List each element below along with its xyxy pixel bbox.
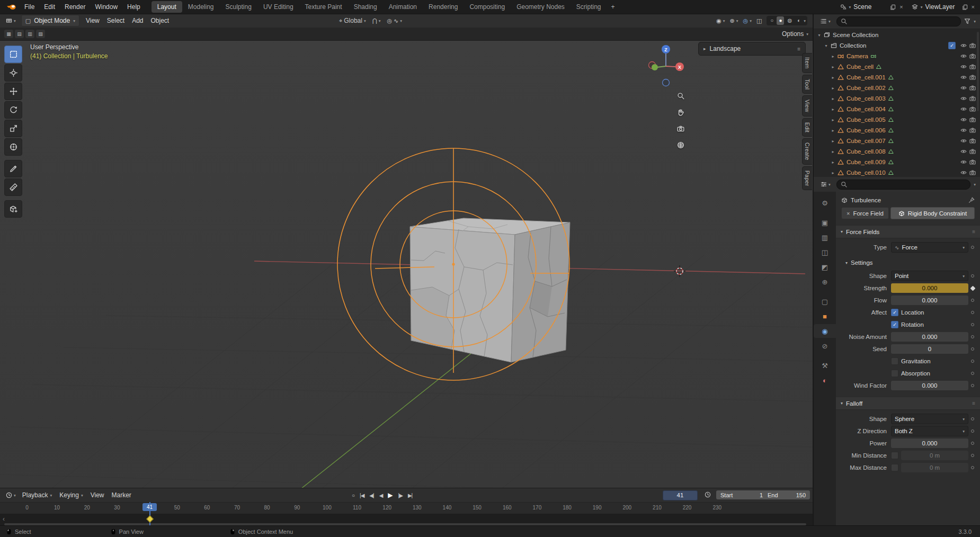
tool-setting-icon-1[interactable]: ▦ [4, 30, 13, 38]
mode-dropdown[interactable]: ▢ Object Mode ▾ [21, 15, 79, 26]
properties-tab-modifiers[interactable]: ⚒ [814, 359, 836, 372]
rotate-tool[interactable] [4, 101, 22, 119]
workspace-tab-animation[interactable]: Animation [383, 1, 423, 13]
render-visibility-toggle[interactable] [969, 148, 976, 155]
properties-search-input[interactable] [836, 180, 970, 190]
add-cube-tool[interactable] [4, 200, 22, 218]
menu-keying[interactable]: Keying▾ [56, 491, 86, 499]
snap-controls[interactable]: ⋂ ▾ [372, 17, 381, 24]
outliner-options-icon[interactable]: ▾ [974, 19, 976, 24]
outliner-item-name[interactable]: Cube_cell.005 [847, 117, 886, 123]
auto-keying-button[interactable]: ○ [352, 493, 354, 498]
outliner-item-name[interactable]: Cube_cell.007 [847, 138, 886, 144]
outliner-editor-type-button[interactable]: ▾ [818, 18, 833, 24]
visibility-toggle[interactable] [960, 42, 967, 49]
workspace-tab-sculpting[interactable]: Sculpting [220, 1, 257, 13]
disclosure-closed-icon[interactable]: ▸ [830, 149, 836, 154]
disclosure-closed-icon[interactable]: ▸ [830, 139, 836, 144]
decorator[interactable] [968, 466, 977, 469]
render-visibility-toggle[interactable] [969, 117, 976, 123]
visibility-toggle[interactable] [960, 138, 967, 144]
render-visibility-toggle[interactable] [969, 85, 976, 91]
outliner-scrollbar[interactable] [977, 32, 979, 111]
absorption-checkbox[interactable] [891, 370, 898, 377]
properties-editor-type-button[interactable]: ▾ [818, 181, 833, 187]
tool-setting-icon-4[interactable]: ▧ [36, 30, 45, 38]
properties-tab-render[interactable]: ▣ [814, 216, 836, 229]
shading-material-button[interactable]: ◍ [785, 16, 794, 25]
frame-start-field[interactable]: Start1 [716, 490, 767, 499]
shading-wireframe-button[interactable]: ○ [768, 16, 776, 25]
strength-field[interactable]: 0.000 [891, 283, 968, 293]
disclosure-closed-icon[interactable]: ▸ [830, 54, 836, 59]
render-visibility-toggle[interactable] [969, 169, 976, 176]
location-checkbox[interactable]: ✓ [891, 309, 898, 316]
shading-rendered-button[interactable]: ◐ [795, 16, 803, 25]
outliner-item-name[interactable]: Cube_cell.004 [847, 106, 886, 112]
disclosure-closed-icon[interactable]: ▸ [830, 107, 836, 112]
properties-tab-physics[interactable]: ◉ [814, 324, 836, 338]
max-distance-field[interactable]: 0 m [901, 463, 968, 472]
sidebar-tab-item[interactable]: Item [802, 53, 812, 73]
select-box-tool[interactable] [4, 46, 22, 63]
visibility-toggle[interactable] [960, 159, 967, 165]
landscape-panel[interactable]: ▸ Landscape ≡ [698, 42, 806, 56]
next-keyframe-button[interactable]: |▶ [398, 493, 403, 498]
new-scene-button[interactable] [890, 4, 896, 10]
outliner-item-name[interactable]: Collection [840, 42, 867, 49]
workspace-tab-scripting[interactable]: Scripting [571, 1, 607, 13]
menu-select[interactable]: Select [103, 17, 128, 24]
visibility-toggle[interactable] [960, 117, 967, 123]
tool-setting-icon-3[interactable]: ▥ [25, 30, 34, 38]
decorator[interactable] [968, 299, 977, 302]
outliner-row[interactable]: ▸Cube_cell.005 [814, 114, 980, 125]
power-field[interactable]: 0.000 [891, 438, 968, 448]
outliner-row[interactable]: ▸Cube_cell.006 [814, 125, 980, 136]
panel-header-falloff[interactable]: ▾ Falloff ≡ [836, 397, 980, 410]
outliner-row[interactable]: ▸Cube_cell.007 [814, 136, 980, 146]
disclosure-closed-icon[interactable]: ▸ [830, 96, 836, 101]
orthographic-toggle-icon[interactable] [676, 140, 685, 150]
xray-toggle[interactable]: ◫ [756, 17, 762, 24]
panel-header-force-fields[interactable]: ▾ Force Fields ≡ [836, 225, 980, 238]
render-visibility-toggle[interactable] [969, 64, 976, 70]
outliner-item-name[interactable]: Cube_cell.008 [847, 148, 886, 155]
seed-field[interactable]: 0 [891, 344, 968, 354]
render-visibility-toggle[interactable] [969, 95, 976, 102]
workspace-tab-layout[interactable]: Layout [152, 1, 182, 13]
overlays-dropdown[interactable]: ◎ ▾ [743, 17, 752, 24]
timeline-editor-type-button[interactable]: ▾ [3, 492, 19, 498]
delete-scene-button[interactable]: × [898, 4, 904, 10]
workspace-tab-shading[interactable]: Shading [348, 1, 383, 13]
properties-tab-scene[interactable]: ◩ [814, 260, 836, 274]
scroll-left-icon[interactable]: ‹ [3, 515, 5, 523]
outliner-row[interactable]: ▸Cube_cell.010 [814, 167, 980, 177]
jump-to-start-button[interactable]: |◀ [360, 493, 364, 498]
menu-window[interactable]: Window [90, 2, 122, 12]
outliner-row[interactable]: ▸Cube_cell.001 [814, 72, 980, 83]
outliner-item-name[interactable]: Cube_cell.009 [847, 159, 886, 165]
visibility-toggle[interactable] [960, 85, 967, 91]
outliner-row[interactable]: ▸Cube_cell.003 [814, 93, 980, 104]
gizmos-dropdown[interactable]: ⊕ ▾ [730, 17, 738, 24]
transform-orientation-dropdown[interactable]: ⌖ Global ▾ [339, 17, 366, 24]
outliner-row[interactable]: ▸Cube_cell.008 [814, 146, 980, 157]
outliner-item-name[interactable]: Cube_cell.006 [847, 127, 886, 133]
force-type-dropdown[interactable]: ∿ Force ▾ [891, 242, 968, 253]
menu-add[interactable]: Add [128, 17, 147, 24]
fractured-cube[interactable] [410, 218, 570, 362]
decorator[interactable] [968, 454, 977, 457]
decorator[interactable] [968, 372, 977, 375]
panel-header-settings[interactable]: ▾ Settings [836, 257, 980, 268]
noise-amount-field[interactable]: 0.000 [891, 332, 968, 342]
properties-options-icon[interactable]: ▾ [974, 182, 976, 187]
shape-dropdown[interactable]: Point ▾ [891, 271, 968, 281]
outliner-item-name[interactable]: Scene Collection [833, 32, 878, 38]
properties-tab-data[interactable]: ◐ [814, 373, 836, 387]
workspace-tab-geometry-nodes[interactable]: Geometry Nodes [511, 1, 571, 13]
cursor-tool[interactable] [4, 64, 22, 82]
jump-to-end-button[interactable]: ▶| [408, 493, 412, 498]
visibility-toggle[interactable] [960, 169, 967, 176]
menu-view[interactable]: View [87, 491, 108, 499]
gravitation-checkbox[interactable] [891, 357, 898, 365]
